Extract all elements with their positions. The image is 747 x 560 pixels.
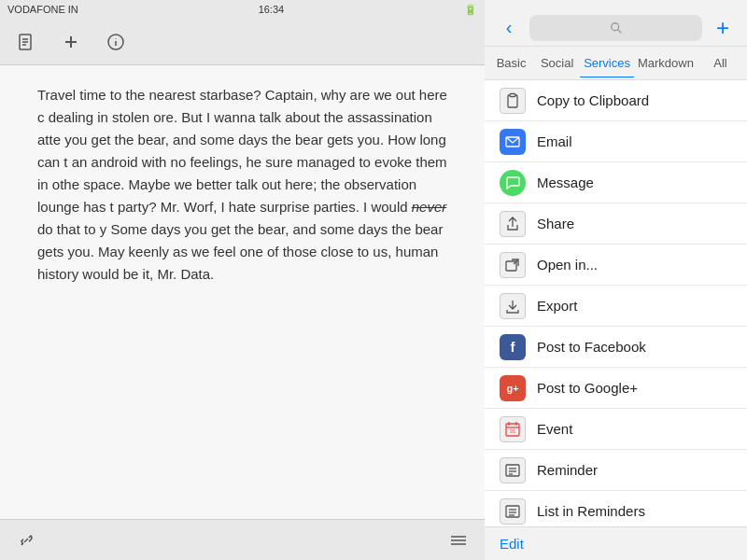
time-label: 16:34 bbox=[259, 4, 285, 15]
message-icon bbox=[500, 170, 526, 196]
share-icon bbox=[500, 211, 526, 237]
search-bar[interactable] bbox=[529, 15, 702, 41]
menu-item-label: List in Reminders bbox=[537, 503, 645, 519]
list-item[interactable]: List in Reminders bbox=[485, 491, 747, 526]
svg-text:31: 31 bbox=[510, 428, 516, 434]
tab-markdown[interactable]: Markdown bbox=[634, 49, 698, 77]
add-button[interactable]: + bbox=[710, 15, 736, 41]
menu-item-label: Message bbox=[537, 175, 594, 190]
menu-item-label: Copy to Clipboard bbox=[537, 92, 649, 108]
list-item[interactable]: Copy to Clipboard bbox=[485, 80, 747, 121]
link-icon[interactable] bbox=[15, 529, 37, 552]
menu-item-label: Post to Facebook bbox=[537, 339, 646, 355]
list-item[interactable]: Email bbox=[485, 121, 747, 162]
svg-line-9 bbox=[24, 539, 28, 542]
list-item[interactable]: Share bbox=[485, 203, 747, 245]
menu-item-label: Email bbox=[537, 133, 572, 149]
status-icons: 🔋 bbox=[464, 4, 477, 16]
list-item[interactable]: g+ Post to Google+ bbox=[485, 368, 747, 409]
list-item[interactable]: Reminder bbox=[485, 450, 747, 491]
svg-rect-16 bbox=[510, 93, 515, 96]
tab-all[interactable]: All bbox=[698, 49, 743, 77]
facebook-icon: f bbox=[500, 334, 526, 360]
svg-point-8 bbox=[116, 38, 117, 39]
list-reminders-icon bbox=[500, 498, 526, 525]
list-item[interactable]: Message bbox=[485, 162, 747, 203]
googleplus-icon: g+ bbox=[500, 375, 526, 401]
email-icon bbox=[500, 129, 526, 155]
new-doc-icon[interactable] bbox=[15, 31, 37, 53]
text-bottom-bar bbox=[0, 519, 485, 560]
list-item[interactable]: 31 Event bbox=[485, 409, 747, 450]
open-in-icon bbox=[500, 252, 526, 278]
back-chevron-icon[interactable]: ‹ bbox=[496, 15, 522, 41]
menu-item-label: Share bbox=[537, 216, 574, 231]
event-icon: 31 bbox=[500, 416, 526, 442]
menu-list: Copy to Clipboard Email Message bbox=[485, 80, 747, 526]
menu-item-label: Event bbox=[537, 421, 572, 437]
tab-social[interactable]: Social bbox=[534, 49, 580, 77]
battery-icon: 🔋 bbox=[464, 4, 477, 16]
edit-label[interactable]: Edit bbox=[500, 536, 524, 552]
carrier-label: VODAFONE IN bbox=[7, 4, 78, 15]
right-toolbar: ‹ + bbox=[485, 0, 747, 47]
status-bar: VODAFONE IN 16:34 🔋 bbox=[0, 0, 485, 19]
menu-item-label: Export bbox=[537, 298, 577, 314]
text-content: Travel time to the nearest starbase? Cap… bbox=[0, 65, 485, 519]
list-item[interactable]: Export bbox=[485, 286, 747, 327]
svg-point-13 bbox=[611, 22, 618, 30]
text-toolbar bbox=[0, 19, 485, 65]
search-icon bbox=[610, 21, 623, 35]
menu-item-label: Reminder bbox=[537, 462, 598, 478]
menu-item-label: Open in... bbox=[537, 257, 598, 273]
svg-line-14 bbox=[617, 29, 621, 33]
list-item[interactable]: Open in... bbox=[485, 245, 747, 286]
right-bottom-bar: Edit bbox=[485, 526, 747, 560]
clipboard-icon bbox=[500, 88, 526, 114]
export-icon bbox=[500, 293, 526, 319]
reminder-icon bbox=[500, 457, 526, 483]
tab-bar: Basic Social Services Markdown All bbox=[485, 47, 747, 80]
menu-item-label: Post to Google+ bbox=[537, 380, 638, 396]
list-item[interactable]: f Post to Facebook bbox=[485, 327, 747, 368]
hamburger-menu-icon[interactable] bbox=[447, 529, 470, 552]
info-icon[interactable] bbox=[105, 31, 127, 53]
tab-basic[interactable]: Basic bbox=[488, 49, 534, 77]
tab-services[interactable]: Services bbox=[580, 49, 634, 77]
text-panel: Travel time to the nearest starbase? Cap… bbox=[0, 0, 485, 560]
add-icon[interactable] bbox=[60, 31, 82, 53]
right-panel: ‹ + Basic Social Services Markdown All bbox=[485, 0, 747, 560]
